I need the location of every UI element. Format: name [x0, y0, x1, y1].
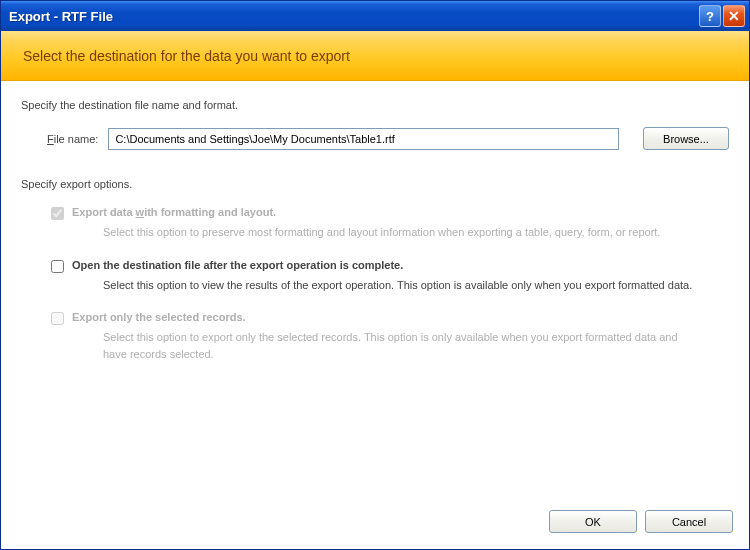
option-export-formatting-desc: Select this option to preserve most form… [51, 224, 701, 241]
close-button[interactable]: ✕ [723, 5, 745, 27]
file-row: File name: Browse... [21, 127, 729, 150]
titlebar-buttons: ? ✕ [699, 5, 745, 27]
file-name-label: File name: [47, 133, 98, 145]
browse-button[interactable]: Browse... [643, 127, 729, 150]
option-export-formatting: Export data with formatting and layout. [51, 206, 729, 220]
option-open-after-title: Open the destination file after the expo… [72, 259, 403, 271]
checkbox-selected-records [51, 312, 64, 325]
option-open-after: Open the destination file after the expo… [51, 259, 729, 273]
content: Specify the destination file name and fo… [1, 81, 749, 498]
help-button[interactable]: ? [699, 5, 721, 27]
file-name-input[interactable] [108, 128, 619, 150]
option-export-formatting-title: Export data with formatting and layout. [72, 206, 276, 218]
checkbox-open-after[interactable] [51, 260, 64, 273]
footer: OK Cancel [1, 498, 749, 549]
option-selected-records-title: Export only the selected records. [72, 311, 246, 323]
close-icon: ✕ [728, 9, 740, 23]
export-dialog: Export - RTF File ? ✕ Select the destina… [0, 0, 750, 550]
help-icon: ? [706, 9, 714, 24]
destination-section-label: Specify the destination file name and fo… [21, 99, 729, 111]
cancel-button[interactable]: Cancel [645, 510, 733, 533]
window-title: Export - RTF File [9, 9, 699, 24]
checkbox-export-formatting [51, 207, 64, 220]
options-section-label: Specify export options. [21, 178, 729, 190]
titlebar: Export - RTF File ? ✕ [1, 1, 749, 31]
options-block: Export data with formatting and layout. … [21, 206, 729, 362]
option-selected-records-desc: Select this option to export only the se… [51, 329, 701, 362]
option-selected-records: Export only the selected records. [51, 311, 729, 325]
header-band: Select the destination for the data you … [1, 31, 749, 81]
ok-button[interactable]: OK [549, 510, 637, 533]
header-text: Select the destination for the data you … [23, 48, 350, 64]
option-open-after-desc: Select this option to view the results o… [51, 277, 701, 294]
